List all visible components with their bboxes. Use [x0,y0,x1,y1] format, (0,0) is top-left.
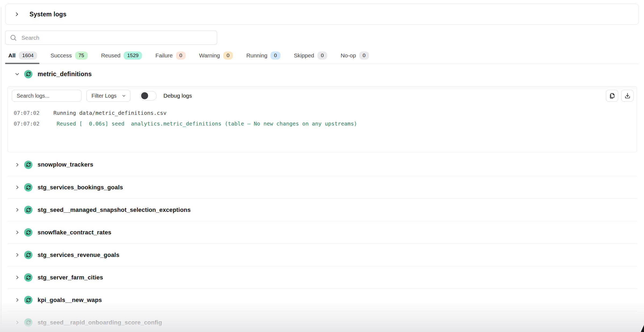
download-logs-button[interactable] [621,90,634,102]
chevron-right-icon [14,185,20,190]
tab-count-badge: 1604 [19,51,37,60]
chevron-down-icon [122,94,126,98]
model-name: stg_server_farm_cities [38,274,103,281]
chevron-right-icon [14,11,20,17]
system-logs-panel: System logs All 1604 Success 75 Reused 1… [0,0,644,332]
tab-all[interactable]: All 1604 [8,49,38,64]
tab-count-badge: 75 [75,51,88,60]
refresh-cycle-icon [24,183,32,191]
refresh-cycle-icon [24,206,32,214]
chevron-right-icon [14,252,20,258]
chevron-right-icon [14,275,20,280]
tab-count-badge: 0 [223,51,233,60]
log-line: 07:07:02 Reused [ 0.06s] seed analytics.… [14,118,637,129]
chevron-right-icon [14,297,20,303]
model-name: stg_seed__managed_snapshot_selection_exc… [38,206,191,213]
debug-logs-toggle[interactable] [140,91,157,101]
log-toolbar: Filter Logs Debug logs [8,86,637,102]
section-title: metric_definitions [38,71,92,78]
refresh-cycle-icon [24,318,32,327]
tab-count-badge: 0 [176,51,186,60]
model-row-stg_services_revenue_goals[interactable]: stg_services_revenue_goals [8,244,637,266]
tab-count-badge: 1529 [124,51,142,60]
model-row-stg_seed__managed_snapshot_selection_exceptions[interactable]: stg_seed__managed_snapshot_selection_exc… [8,198,637,221]
toggle-knob [141,92,148,99]
log-timestamp: 07:07:02 [14,118,41,129]
tab-running[interactable]: Running 0 [246,49,281,64]
search-icon [10,34,17,41]
model-name: stg_services_bookings_goals [38,184,123,191]
system-logs-header[interactable]: System logs [5,4,639,25]
log-line: 07:07:02 Running data/metric_definitions… [14,108,637,118]
tab-skipped[interactable]: Skipped 0 [293,49,328,64]
chevron-right-icon [14,162,20,168]
refresh-cycle-icon [24,296,32,304]
tab-failure[interactable]: Failure 0 [155,49,186,64]
chevron-down-icon [14,71,20,77]
model-name: snowplow_trackers [38,161,93,168]
system-logs-title: System logs [30,11,67,18]
copy-icon [609,92,616,99]
chevron-right-icon [14,320,20,325]
tab-label: All [8,52,16,59]
refresh-cycle-icon [24,251,32,259]
tab-reused[interactable]: Reused 1529 [101,49,143,64]
tab-label: Success [50,52,72,59]
global-search[interactable] [5,31,217,45]
tab-warning[interactable]: Warning 0 [199,49,233,64]
debug-logs-label: Debug logs [163,93,192,99]
refresh-cycle-icon [24,70,32,78]
model-row-kpi_goals__new_waps[interactable]: kpi_goals__new_waps [8,289,637,311]
model-row-stg_services_bookings_goals[interactable]: stg_services_bookings_goals [8,176,637,198]
tab-count-badge: 0 [317,51,327,60]
model-row-snowflake_contract_rates[interactable]: snowflake_contract_rates [8,221,637,244]
log-message: Running data/metric_definitions.csv [53,108,166,118]
filter-logs-select[interactable]: Filter Logs [86,90,130,102]
model-row-stg_seed__rapid_onboarding_score_config[interactable]: stg_seed__rapid_onboarding_score_config [8,311,637,332]
chevron-right-icon [14,230,20,235]
filter-logs-label: Filter Logs [92,93,116,99]
refresh-cycle-icon [24,161,32,169]
tab-label: Skipped [294,52,314,59]
tab-count-badge: 0 [270,51,280,60]
tab-label: Failure [155,52,173,59]
log-lines: 07:07:02 Running data/metric_definitions… [8,108,637,129]
log-search-input[interactable] [12,90,82,102]
section-row-metric-definitions[interactable]: metric_definitions [5,66,92,82]
copy-logs-button[interactable] [606,90,618,102]
model-name: snowflake_contract_rates [38,229,111,236]
status-tabs-bar: All 1604 Success 75 Reused 1529 Failure … [5,49,639,64]
log-timestamp: 07:07:02 [14,108,41,118]
log-message: Reused [ 0.06s] seed analytics.metric_de… [53,118,357,129]
log-panel: Filter Logs Debug logs 07 [8,86,637,152]
tab-success[interactable]: Success 75 [50,49,88,64]
refresh-cycle-icon [24,273,32,282]
download-icon [624,92,631,99]
panel-left-border [1,8,1,332]
model-rows: snowplow_trackers stg_services_bookings_… [8,153,637,332]
tab-label: No-op [341,52,356,59]
tab-label: Reused [101,52,120,59]
mouse-cursor [641,325,644,332]
refresh-cycle-icon [24,228,32,237]
tab-count-badge: 0 [359,51,369,60]
model-name: kpi_goals__new_waps [38,297,102,304]
tab-label: Warning [199,52,220,59]
model-name: stg_seed__rapid_onboarding_score_config [38,319,162,326]
tab-label: Running [246,52,267,59]
status-tabs: All 1604 Success 75 Reused 1529 Failure … [5,49,639,64]
tab-no-op[interactable]: No-op 0 [340,49,369,64]
model-row-stg_server_farm_cities[interactable]: stg_server_farm_cities [8,266,637,289]
model-row-snowplow_trackers[interactable]: snowplow_trackers [8,153,637,176]
chevron-right-icon [14,207,20,213]
search-input[interactable] [21,34,213,41]
model-name: stg_services_revenue_goals [38,252,119,259]
